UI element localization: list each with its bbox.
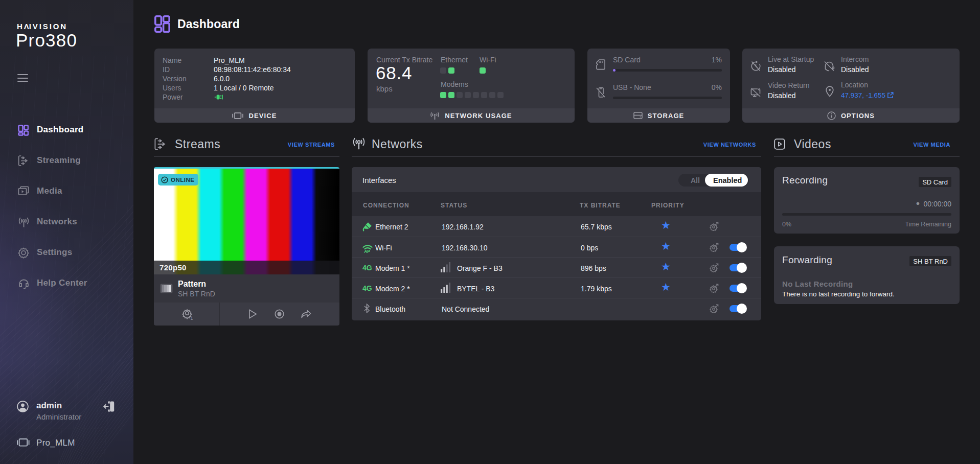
svg-text:AP: AP <box>364 249 370 253</box>
svg-text:1: 1 <box>191 316 193 320</box>
